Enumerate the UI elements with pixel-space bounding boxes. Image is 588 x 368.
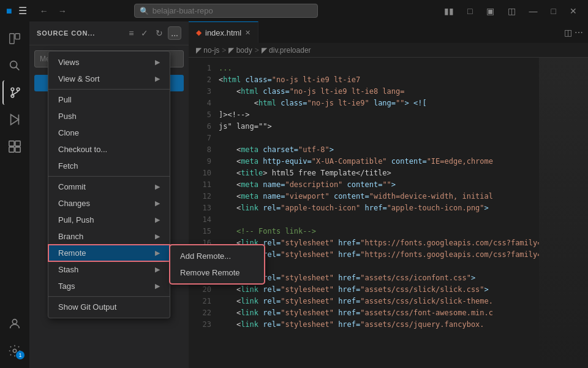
titlebar: ■ ☰ ← → 🔍 ▮▮ □ ▣ ◫ — □ ✕	[0, 0, 588, 21]
svg-marker-7	[11, 115, 19, 125]
nav-buttons: ← →	[36, 5, 70, 17]
search-bar[interactable]: 🔍	[134, 4, 318, 18]
sidebar-actions: ≡ ✓ ↻ ...	[126, 26, 181, 40]
activity-explorer[interactable]	[2, 26, 27, 51]
tab-label: index.html	[205, 28, 241, 37]
menu-divider-1	[48, 89, 170, 90]
svg-rect-1	[15, 34, 20, 39]
code-lines: ... <html class="no-js lt-ie9 lt-ie7 <ht…	[216, 58, 539, 368]
submenu-add-remote[interactable]: Add Remote...	[170, 248, 264, 264]
menu-item-fetch[interactable]: Fetch	[48, 158, 170, 174]
sidebar-more-btn[interactable]: ...	[168, 26, 181, 40]
menu-item-pull[interactable]: Pull	[48, 91, 170, 108]
menu-item-show-git-output[interactable]: Show Git Output	[48, 299, 170, 315]
layout-btn-2[interactable]: □	[462, 5, 477, 17]
svg-point-14	[13, 349, 17, 353]
menu-item-changes[interactable]: Changes ▶	[48, 195, 170, 212]
code-line: <title> html5 free Template</title>	[219, 167, 539, 179]
svg-point-5	[17, 88, 20, 91]
code-line: <html class="no-js lt-ie9 lt-ie8 lang=	[219, 86, 539, 98]
menu-item-stash[interactable]: Stash ▶	[48, 261, 170, 278]
code-line: ]><!-->	[219, 109, 539, 121]
tab-bar: ◆ index.html ✕ ◫ ⋯	[189, 21, 588, 43]
sidebar-refresh-btn[interactable]: ↻	[153, 26, 165, 40]
code-line	[219, 261, 539, 272]
layout-btn-3[interactable]: ▣	[481, 5, 499, 17]
arrow-icon: ▶	[155, 58, 160, 66]
menu-item-view-sort[interactable]: View & Sort ▶	[48, 71, 170, 87]
activity-account[interactable]	[2, 312, 27, 336]
vscode-icon: ■	[6, 6, 12, 17]
minimap-content	[539, 58, 588, 368]
menu-item-clone[interactable]: Clone	[48, 125, 170, 141]
menu-item-checkout[interactable]: Checkout to...	[48, 141, 170, 158]
svg-rect-10	[15, 141, 20, 146]
arrow-icon: ▶	[155, 183, 160, 191]
activity-source-control[interactable]	[2, 80, 27, 105]
code-line: <meta charset="utf-8">	[219, 144, 539, 156]
sidebar: SOURCE CON... ≡ ✓ ↻ ... ✓ Commit Views ▶…	[29, 21, 189, 368]
minimap	[539, 58, 588, 368]
search-input[interactable]	[153, 6, 312, 15]
activity-run[interactable]	[2, 107, 27, 132]
activity-settings[interactable]: 1	[2, 339, 27, 363]
arrow-icon: ▶	[155, 75, 160, 83]
back-button[interactable]: ←	[36, 5, 52, 17]
menu-item-branch[interactable]: Branch ▶	[48, 228, 170, 245]
settings-badge: 1	[16, 351, 24, 359]
activity-extensions[interactable]	[2, 134, 27, 159]
code-line: ...	[219, 63, 539, 74]
menu-item-tags[interactable]: Tags ▶	[48, 278, 170, 294]
code-editor: 12345 678910 1112131415 1617181920 21222…	[189, 58, 588, 368]
menu-item-commit[interactable]: Commit ▶	[48, 178, 170, 195]
menu-item-push[interactable]: Push	[48, 108, 170, 125]
sidebar-header: SOURCE CON... ≡ ✓ ↻ ...	[29, 21, 189, 45]
search-icon: 🔍	[140, 7, 149, 15]
code-line: <link rel="stylesheet" href="https://fon…	[219, 237, 539, 249]
arrow-icon: ▶	[155, 232, 160, 240]
code-line: <meta name="description" content="">	[219, 179, 539, 191]
tab-bar-actions: ◫ ⋯	[564, 28, 588, 37]
minimize-button[interactable]: —	[524, 5, 543, 17]
tab-close-btn[interactable]: ✕	[245, 29, 251, 37]
code-line: <!-- Fonts link-->	[219, 226, 539, 237]
sidebar-title: SOURCE CON...	[37, 29, 123, 37]
submenu-remote: Add Remote... Remove Remote	[170, 245, 265, 284]
activity-search[interactable]	[2, 53, 27, 78]
maximize-button[interactable]: □	[546, 5, 561, 17]
menu-icon[interactable]: ☰	[18, 5, 27, 17]
code-line: <link rel="stylesheet" href="https://fon…	[219, 249, 539, 261]
svg-rect-9	[9, 141, 14, 146]
code-line: <link rel="stylesheet" href="assets/css/…	[219, 319, 539, 331]
more-actions-btn[interactable]: ⋯	[575, 28, 583, 37]
sidebar-list-btn[interactable]: ≡	[126, 26, 136, 40]
menu-divider-3	[48, 296, 170, 297]
forward-button[interactable]: →	[55, 5, 70, 17]
submenu-remove-remote[interactable]: Remove Remote	[170, 264, 264, 281]
breadcrumb-njs: ◤ no-js	[196, 46, 219, 55]
svg-point-13	[12, 320, 17, 324]
split-editor-btn[interactable]: ◫	[564, 28, 572, 37]
svg-rect-12	[15, 147, 20, 152]
close-button[interactable]: ✕	[565, 5, 582, 17]
breadcrumb-body: ◤ body	[228, 46, 252, 55]
svg-rect-11	[9, 147, 14, 152]
breadcrumb: ◤ no-js > ◤ body > ◤ div.preloader	[189, 43, 588, 58]
menu-item-views[interactable]: Views ▶	[48, 54, 170, 71]
menu-item-pull-push[interactable]: Pull, Push ▶	[48, 212, 170, 228]
arrow-icon: ▶	[155, 266, 160, 274]
window-controls: ▮▮ □ ▣ ◫ — □ ✕	[439, 5, 582, 17]
code-line: <meta http-equiv="X-UA-Compatible" conte…	[219, 156, 539, 167]
layout-btn-4[interactable]: ◫	[503, 5, 521, 17]
sidebar-check-btn[interactable]: ✓	[138, 26, 151, 40]
svg-line-3	[16, 67, 19, 70]
code-line: <html class="no-js lt-ie9" lang=""> <![	[219, 98, 539, 109]
editor-tab[interactable]: ◆ index.html ✕	[189, 21, 258, 43]
code-line: js" lang="">	[219, 121, 539, 132]
menu-item-remote[interactable]: Remote ▶ Add Remote... Remove Remote	[48, 245, 170, 261]
layout-btn-1[interactable]: ▮▮	[439, 5, 459, 17]
code-line: <link rel="apple-touch-icon" href="apple…	[219, 202, 539, 214]
code-line: <link rel="stylesheet" href="assets/css/…	[219, 284, 539, 296]
activity-bar: 1	[0, 21, 29, 368]
code-line	[219, 214, 539, 226]
